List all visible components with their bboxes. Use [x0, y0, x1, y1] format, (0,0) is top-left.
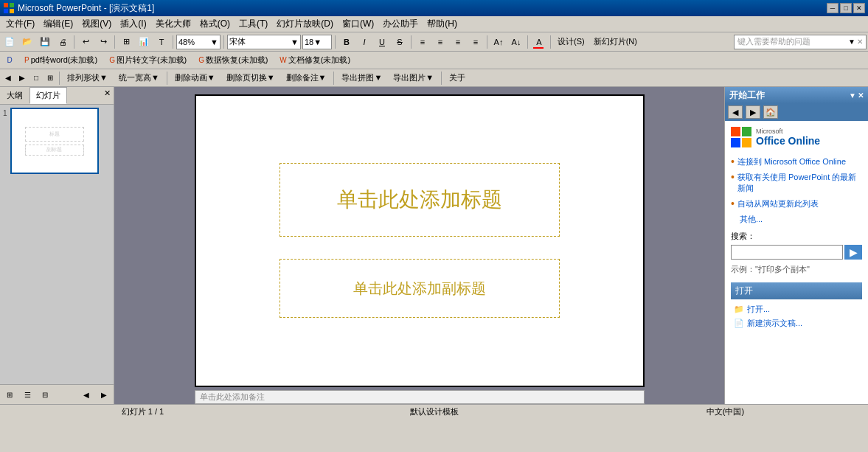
redo-btn[interactable]: ↪ — [95, 34, 111, 50]
align-center-btn[interactable]: ≡ — [432, 34, 448, 50]
right-panel-content: Microsoft Office Online • 连接到 Microsoft … — [725, 121, 868, 404]
save-btn[interactable]: 💾 — [37, 34, 53, 50]
datarecovery-btn[interactable]: G 数据恢复(未加载) — [193, 52, 273, 68]
align-left-btn[interactable]: ≡ — [414, 34, 431, 50]
rp-link-3[interactable]: • 自动从网站更新此列表 — [731, 198, 862, 209]
scroll-left-btn[interactable]: ◀ — [78, 386, 94, 403]
bullet-icon-3: • — [731, 198, 735, 209]
slide-info-text: 幻灯片 1 / 1 — [122, 407, 164, 416]
title-bar: Microsoft PowerPoint - [演示文稿1] ─ □ ✕ — [0, 0, 868, 16]
tb3-btn2[interactable]: ▶ — [15, 72, 29, 85]
strikethrough-btn[interactable]: S — [392, 34, 408, 50]
tb3-btn4[interactable]: ⊞ — [44, 72, 57, 85]
delete-notes-btn[interactable]: 删除备注▼ — [281, 70, 332, 86]
design-btn[interactable]: 设计(S) — [554, 34, 588, 50]
rp-open-file-link[interactable]: 📁 打开... — [731, 304, 862, 315]
toolbar-separator-2 — [114, 35, 115, 49]
font-size-up-btn[interactable]: A↑ — [490, 34, 507, 50]
rp-open-section-header: 打开 — [731, 282, 862, 299]
docrepair-btn[interactable]: W 文档修复(未加载) — [274, 52, 355, 68]
notes-area[interactable]: 单击此处添加备注 — [195, 390, 645, 404]
help-search-box[interactable]: 键入需要帮助的问题 ▼ ✕ — [734, 35, 867, 49]
textbox-btn[interactable]: T — [153, 34, 170, 50]
office-online-text: Microsoft Office Online — [756, 128, 820, 147]
datarecovery-label: 数据恢复(未加载) — [206, 55, 268, 66]
open-btn[interactable]: 📂 — [19, 34, 35, 50]
language-section: 中文(中国) — [587, 406, 864, 417]
title-text: Microsoft PowerPoint - [演示文稿1] — [18, 2, 154, 15]
rp-open-label: 打开 — [735, 285, 753, 296]
zoom-control[interactable]: 48% ▼ — [176, 35, 221, 49]
slide-toolbar: ◀ ▶ □ ⊞ 排列形状▼ 统一宽高▼ 删除动画▼ 删除页切换▼ 删除备注▼ 导… — [0, 69, 868, 87]
menu-item-help[interactable]: 帮助(H) — [423, 16, 462, 32]
menu-item-assistant[interactable]: 办公助手 — [378, 16, 423, 32]
subtitle-placeholder[interactable]: 单击此处添加副标题 — [280, 259, 560, 318]
img2text-btn[interactable]: G 图片转文字(未加载) — [104, 52, 192, 68]
menu-item-edit[interactable]: 编辑(E) — [39, 16, 77, 32]
unified-width-btn[interactable]: 统一宽高▼ — [114, 70, 164, 86]
italic-btn[interactable]: I — [356, 34, 372, 50]
title-placeholder[interactable]: 单击此处添加标题 — [280, 163, 560, 237]
undo-btn[interactable]: ↩ — [77, 34, 94, 50]
slide-thumbnail-image-1[interactable]: 标题 副标题 — [10, 108, 99, 174]
font-size-selector[interactable]: 18 ▼ — [302, 35, 332, 49]
rp-down-btn[interactable]: ▼ — [849, 91, 856, 100]
rp-link-2[interactable]: • 获取有关使用 PowerPoint 的最新新闻 — [731, 172, 862, 194]
menu-item-window[interactable]: 窗口(W) — [338, 16, 378, 32]
layout-btn[interactable]: 排列形状▼ — [62, 70, 113, 86]
justify-btn[interactable]: ≡ — [468, 34, 484, 50]
underline-btn[interactable]: U — [374, 34, 390, 50]
view-grid-btn[interactable]: ⊟ — [37, 386, 53, 403]
view-list-btn[interactable]: ☰ — [19, 386, 35, 403]
new-btn[interactable]: 📄 — [1, 34, 18, 50]
rp-new-presentation-link[interactable]: 📄 新建演示文稿... — [731, 318, 862, 329]
toolbar3-sep3 — [333, 72, 334, 85]
addin-icon-d: D — [1, 52, 18, 69]
rp-close-btn[interactable]: ✕ — [858, 91, 864, 100]
export-pdf-btn[interactable]: 导出拼图▼ — [336, 70, 387, 86]
menu-item-tools[interactable]: 工具(T) — [235, 16, 272, 32]
fontcolor-btn[interactable]: A — [531, 34, 547, 50]
new-slide-btn[interactable]: 新幻灯片(N) — [590, 34, 641, 50]
bold-btn[interactable]: B — [338, 34, 355, 50]
delete-pageswitch-btn[interactable]: 删除页切换▼ — [221, 70, 280, 86]
outline-tab[interactable]: 大纲 — [0, 87, 29, 104]
main-toolbar: 📄 📂 💾 🖨 ↩ ↪ ⊞ 📊 T 48% ▼ 宋体 ▼ 18 ▼ B I U … — [0, 32, 868, 52]
font-size-down-btn[interactable]: A↓ — [508, 34, 524, 50]
menu-item-file[interactable]: 文件(F) — [1, 16, 39, 32]
table-btn[interactable]: ⊞ — [118, 34, 134, 50]
slide-canvas[interactable]: 单击此处添加标题 单击此处添加副标题 — [195, 94, 645, 387]
bottom-panel-controls: ⊞ ☰ ⊟ ◀ ▶ — [0, 384, 114, 404]
menu-item-slideshow[interactable]: 幻灯片放映(D) — [272, 16, 338, 32]
print-btn[interactable]: 🖨 — [55, 34, 71, 50]
about-btn[interactable]: 关于 — [444, 70, 471, 86]
rp-link-1[interactable]: • 连接到 Microsoft Office Online — [731, 156, 862, 167]
addins-toolbar: D P pdf转word(未加载) G 图片转文字(未加载) G 数据恢复(未加… — [0, 52, 868, 69]
rp-back-btn[interactable]: ◀ — [728, 105, 743, 119]
scroll-right-btn[interactable]: ▶ — [96, 386, 112, 403]
menu-item-beautify[interactable]: 美化大师 — [151, 16, 195, 32]
rp-search-input[interactable] — [731, 245, 843, 260]
menu-item-view[interactable]: 视图(V) — [77, 16, 116, 32]
menu-item-format[interactable]: 格式(O) — [195, 16, 235, 32]
close-button[interactable]: ✕ — [853, 3, 865, 13]
rp-forward-btn[interactable]: ▶ — [746, 105, 760, 119]
tb3-btn1[interactable]: ◀ — [1, 72, 15, 85]
tb3-btn3[interactable]: □ — [29, 72, 43, 85]
pdf2word-btn[interactable]: P pdf转word(未加载) — [19, 52, 103, 68]
view-normal-btn[interactable]: ⊞ — [1, 386, 18, 403]
rp-search-button[interactable]: ▶ — [844, 245, 862, 260]
export-img-btn[interactable]: 导出图片▼ — [388, 70, 439, 86]
maximize-button[interactable]: □ — [840, 3, 852, 13]
font-selector[interactable]: 宋体 ▼ — [227, 35, 301, 49]
rp-home-btn[interactable]: 🏠 — [763, 105, 778, 119]
font-name: 宋体 — [229, 36, 246, 47]
right-panel-header: 开始工作 ▼ ✕ — [725, 87, 868, 103]
chart-btn[interactable]: 📊 — [136, 34, 152, 50]
delete-anim-btn[interactable]: 删除动画▼ — [170, 70, 221, 86]
align-right-btn[interactable]: ≡ — [450, 34, 466, 50]
panel-close-btn[interactable]: ✕ — [101, 87, 114, 104]
menu-item-insert[interactable]: 插入(I) — [116, 16, 150, 32]
slides-tab[interactable]: 幻灯片 — [29, 87, 67, 104]
minimize-button[interactable]: ─ — [827, 3, 839, 13]
